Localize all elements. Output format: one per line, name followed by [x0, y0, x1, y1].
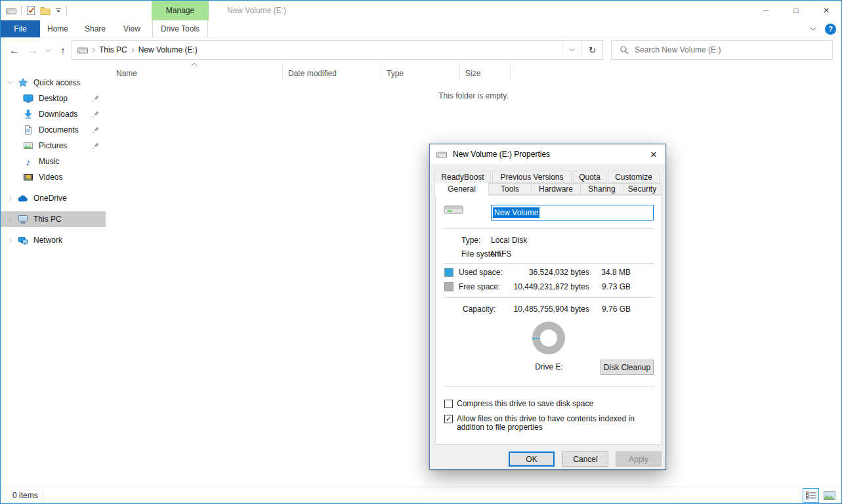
chevron-right-icon[interactable]: [6, 217, 14, 222]
breadcrumb-current[interactable]: New Volume (E:): [138, 45, 198, 54]
column-label: Type: [387, 69, 404, 78]
sidebar-item-music[interactable]: ♪ Music: [1, 154, 106, 169]
close-button[interactable]: ✕: [811, 1, 841, 20]
pin-icon: [92, 94, 100, 102]
tab-security[interactable]: Security: [623, 183, 662, 195]
maximize-button[interactable]: □: [781, 1, 811, 20]
capacity-row: Capacity: 10,485,755,904 bytes 9.76 GB: [436, 304, 661, 315]
onedrive-cloud-icon: [17, 194, 29, 202]
collapse-ribbon-icon[interactable]: [810, 27, 816, 31]
dialog-title-bar: New Volume (E:) Properties: [430, 144, 665, 164]
minimize-button[interactable]: ─: [751, 1, 781, 20]
tab-hardware[interactable]: Hardware: [532, 183, 581, 195]
window-title: New Volume (E:): [227, 1, 286, 20]
apply-button[interactable]: Apply: [616, 452, 662, 467]
sidebar-item-onedrive[interactable]: OneDrive: [1, 190, 106, 206]
search-input[interactable]: [635, 45, 832, 54]
sidebar-item-quick-access[interactable]: Quick access: [1, 75, 106, 91]
document-icon: [22, 125, 34, 135]
selected-text: New Volume: [493, 207, 539, 218]
sidebar-item-pictures[interactable]: Pictures: [1, 138, 106, 154]
divider: [444, 297, 654, 299]
customize-toolbar-icon[interactable]: [55, 8, 62, 14]
divider: [21, 6, 22, 15]
tab-tools[interactable]: Tools: [489, 183, 532, 195]
sidebar-item-documents[interactable]: Documents: [1, 122, 106, 138]
general-tab-page: New Volume Type: Local Disk File system:…: [435, 195, 662, 445]
column-header-date-modified[interactable]: Date modified: [283, 64, 381, 81]
sidebar-item-downloads[interactable]: Downloads: [1, 106, 106, 122]
thumbnail-view-icon[interactable]: [821, 488, 837, 503]
column-label: Size: [465, 69, 480, 78]
sidebar-item-label: Documents: [39, 125, 79, 135]
free-space-row: Free space: 10,449,231,872 bytes 9.73 GB: [436, 282, 661, 293]
picture-icon: [22, 140, 34, 151]
tab-home[interactable]: Home: [39, 20, 76, 37]
disk-usage-donut-chart: [532, 322, 565, 354]
index-checkbox[interactable]: ✓: [444, 415, 453, 423]
chevron-right-icon[interactable]: [6, 238, 14, 243]
drive-icon: [444, 202, 463, 217]
new-folder-icon[interactable]: [40, 7, 51, 15]
search-icon: [620, 45, 629, 54]
tab-share[interactable]: Share: [77, 20, 114, 37]
status-bar: 0 items: [1, 486, 841, 503]
tab-quota[interactable]: Quota: [573, 171, 606, 183]
help-icon[interactable]: ?: [825, 24, 836, 35]
sidebar-item-label: Videos: [39, 173, 62, 182]
index-checkbox-label[interactable]: Allow files on this drive to have conten…: [457, 415, 656, 432]
details-view-icon[interactable]: [803, 488, 819, 503]
dialog-title: New Volume (E:) Properties: [453, 150, 550, 159]
sidebar-item-videos[interactable]: Videos: [1, 169, 106, 185]
title-bar: Manage New Volume (E:) ─ □ ✕: [1, 1, 841, 20]
chevron-right-icon[interactable]: [131, 47, 135, 53]
tab-sharing[interactable]: Sharing: [581, 183, 623, 195]
properties-icon[interactable]: [26, 5, 35, 16]
refresh-icon[interactable]: ↻: [581, 41, 602, 59]
tab-previous-versions[interactable]: Previous Versions: [492, 171, 572, 183]
column-header-name[interactable]: Name: [106, 64, 283, 81]
volume-label-input[interactable]: New Volume: [491, 205, 654, 220]
compress-checkbox[interactable]: [444, 400, 453, 408]
disk-cleanup-button[interactable]: Disk Cleanup: [600, 360, 654, 375]
contextual-group-manage[interactable]: Manage: [152, 1, 209, 20]
address-bar[interactable]: This PC New Volume (E:): [72, 41, 562, 59]
tab-file[interactable]: File: [1, 20, 40, 37]
sidebar-item-desktop[interactable]: Desktop: [1, 91, 106, 106]
sidebar-item-label: Network: [33, 236, 62, 245]
compress-checkbox-label[interactable]: Compress this drive to save disk space: [457, 400, 656, 408]
up-button[interactable]: ↑: [56, 38, 70, 62]
capacity-bytes: 10,485,755,904 bytes: [495, 304, 589, 314]
ok-button[interactable]: OK: [509, 452, 555, 467]
chevron-down-icon[interactable]: [6, 81, 14, 85]
tab-view[interactable]: View: [114, 20, 150, 37]
sidebar-item-label: This PC: [33, 215, 62, 224]
sidebar-item-this-pc[interactable]: This PC: [1, 211, 106, 227]
column-header-size[interactable]: Size: [460, 64, 511, 81]
type-row: Type: Local Disk: [436, 236, 661, 246]
dialog-close-button[interactable]: ✕: [642, 144, 665, 164]
column-header-type[interactable]: Type: [381, 64, 460, 81]
filesystem-row: File system: NTFS: [436, 249, 661, 260]
tab-general[interactable]: General: [434, 182, 489, 196]
search-box: [611, 40, 833, 60]
cancel-button[interactable]: Cancel: [562, 452, 608, 467]
items-count: 0 items: [12, 487, 38, 504]
sidebar-item-label: Music: [39, 157, 59, 166]
history-chevron-icon[interactable]: [41, 38, 54, 62]
star-icon: [17, 77, 29, 88]
divider: [66, 6, 67, 15]
forward-button[interactable]: →: [24, 38, 41, 62]
chevron-right-icon[interactable]: [6, 196, 14, 201]
address-dropdown-icon[interactable]: [562, 41, 581, 59]
tab-drive-tools[interactable]: Drive Tools: [152, 20, 208, 37]
back-button[interactable]: ←: [6, 38, 23, 62]
breadcrumb-this-pc[interactable]: This PC: [99, 45, 127, 54]
chevron-right-icon[interactable]: [92, 47, 95, 53]
sidebar-item-label: Desktop: [39, 94, 68, 103]
free-space-label: Free space:: [459, 282, 500, 291]
quick-access-toolbar: [6, 1, 67, 20]
sidebar-item-network[interactable]: Network: [1, 232, 106, 248]
pin-icon: [92, 126, 100, 134]
tab-customize[interactable]: Customize: [608, 171, 660, 183]
